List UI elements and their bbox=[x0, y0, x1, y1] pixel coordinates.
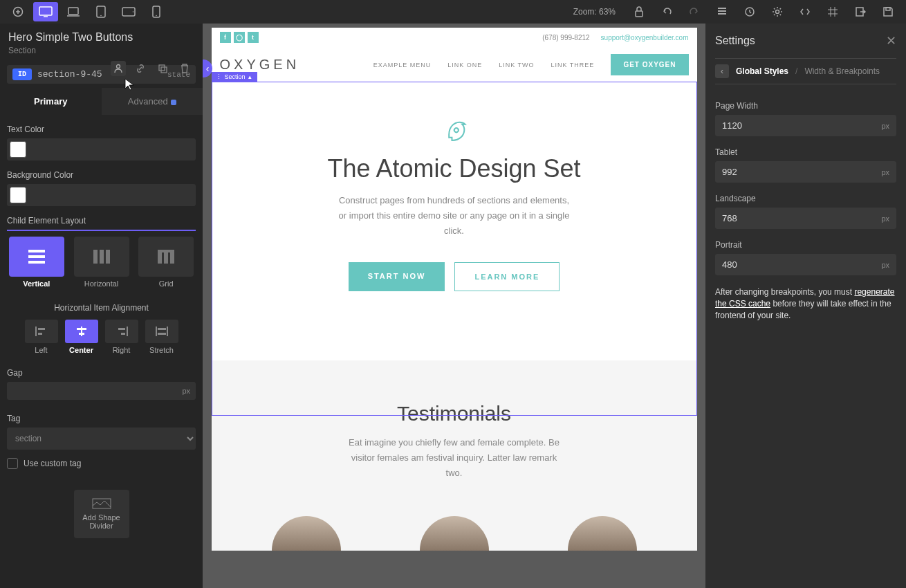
selection-tag[interactable]: ⋮Section▴ bbox=[212, 72, 257, 82]
back-button[interactable]: ‹ bbox=[715, 64, 729, 78]
left-panel: Hero Simple Two Buttons Section ID secti… bbox=[0, 24, 203, 588]
export-icon[interactable] bbox=[848, 2, 873, 21]
landscape-view-button[interactable] bbox=[116, 2, 141, 21]
custom-tag-checkbox[interactable]: Use custom tag bbox=[7, 458, 196, 469]
svg-rect-18 bbox=[28, 255, 45, 258]
svg-point-8 bbox=[156, 15, 157, 17]
text-color-field[interactable] bbox=[7, 138, 196, 160]
nav-link[interactable]: LINK THREE bbox=[551, 62, 595, 68]
cursor-icon bbox=[124, 77, 134, 91]
svg-rect-15 bbox=[159, 65, 165, 71]
grid-icon[interactable] bbox=[820, 2, 845, 21]
phone-view-button[interactable] bbox=[144, 2, 169, 21]
tablet-view-button[interactable] bbox=[89, 2, 113, 21]
svg-rect-13 bbox=[886, 8, 890, 10]
landscape-label: Landscape bbox=[715, 194, 896, 203]
laptop-view-button[interactable] bbox=[61, 2, 86, 21]
canvas-area[interactable]: ‹ ⋮Section▴ f ◯ t (678) 999-8212 support… bbox=[203, 24, 705, 588]
id-badge: ID bbox=[12, 68, 32, 80]
svg-point-14 bbox=[117, 65, 120, 68]
structure-button[interactable] bbox=[710, 2, 734, 21]
delete-icon[interactable] bbox=[177, 61, 192, 76]
gap-input[interactable] bbox=[7, 382, 196, 400]
email-link[interactable]: support@oxygenbuilder.com bbox=[601, 34, 689, 42]
portrait-input[interactable] bbox=[715, 254, 896, 275]
page-width-label: Page Width bbox=[715, 101, 896, 111]
add-shape-divider-button[interactable]: Add Shape Divider bbox=[74, 490, 129, 538]
close-icon[interactable]: ✕ bbox=[886, 33, 896, 48]
svg-rect-21 bbox=[100, 250, 104, 264]
desktop-view-button[interactable] bbox=[33, 2, 58, 21]
nav-link[interactable]: LINK ONE bbox=[447, 62, 482, 68]
start-now-button[interactable]: START NOW bbox=[349, 262, 445, 291]
tablet-label: Tablet bbox=[715, 147, 896, 157]
canvas-frame[interactable]: ⋮Section▴ f ◯ t (678) 999-8212 support@o… bbox=[212, 28, 697, 551]
align-center[interactable]: Center bbox=[65, 320, 98, 354]
gap-label: Gap bbox=[7, 368, 196, 378]
svg-rect-30 bbox=[79, 333, 84, 335]
site-logo: OXYGEN bbox=[220, 57, 300, 73]
tablet-input[interactable] bbox=[715, 161, 896, 183]
svg-point-4 bbox=[100, 15, 102, 17]
history-icon[interactable] bbox=[737, 2, 762, 21]
element-title: Hero Simple Two Buttons bbox=[8, 30, 194, 44]
bg-color-field[interactable] bbox=[7, 184, 196, 206]
svg-rect-34 bbox=[158, 333, 166, 335]
facebook-icon[interactable]: f bbox=[220, 32, 231, 43]
indicator-dot bbox=[171, 100, 176, 105]
layout-vertical[interactable]: Vertical bbox=[7, 237, 66, 288]
id-value: section-9-45 bbox=[37, 69, 102, 80]
right-panel: Settings ✕ ‹ Global Styles / Width & Bre… bbox=[705, 24, 906, 588]
social-icons: f ◯ t bbox=[220, 32, 259, 43]
copy-icon[interactable] bbox=[155, 61, 170, 76]
top-toolbar: Zoom: 63% bbox=[0, 0, 906, 24]
twitter-icon[interactable]: t bbox=[248, 32, 259, 43]
settings-title: Settings bbox=[715, 35, 755, 47]
undo-button[interactable] bbox=[654, 2, 679, 21]
breakpoint-note: After changing breakpoints, you must reg… bbox=[715, 286, 896, 321]
lock-icon[interactable] bbox=[627, 2, 651, 21]
element-subtitle: Section bbox=[8, 46, 194, 55]
user-icon[interactable] bbox=[111, 61, 126, 76]
align-left[interactable]: Left bbox=[25, 320, 58, 354]
nav-link[interactable]: LINK TWO bbox=[499, 62, 534, 68]
svg-rect-17 bbox=[28, 250, 45, 252]
settings-icon[interactable] bbox=[765, 2, 790, 21]
layout-label: Child Element Layout bbox=[7, 216, 196, 226]
avatar bbox=[272, 516, 341, 551]
code-icon[interactable] bbox=[793, 2, 817, 21]
align-stretch[interactable]: Stretch bbox=[145, 320, 178, 354]
crumb-global-styles[interactable]: Global Styles bbox=[736, 66, 788, 76]
svg-rect-1 bbox=[39, 7, 52, 15]
hero-title: The Atomic Design Set bbox=[232, 154, 676, 183]
svg-rect-9 bbox=[636, 11, 642, 17]
bg-color-label: Background Color bbox=[7, 170, 196, 180]
svg-rect-32 bbox=[121, 333, 125, 335]
align-right[interactable]: Right bbox=[105, 320, 138, 354]
redo-button[interactable] bbox=[682, 2, 707, 21]
svg-rect-22 bbox=[106, 250, 110, 264]
add-button[interactable] bbox=[6, 2, 30, 21]
layout-horizontal[interactable]: Horizontal bbox=[72, 237, 131, 288]
tab-primary[interactable]: Primary bbox=[0, 88, 102, 115]
svg-rect-26 bbox=[158, 250, 174, 252]
nav-link[interactable]: EXAMPLE MENU bbox=[373, 62, 432, 68]
nav-cta-button[interactable]: GET OXYGEN bbox=[611, 54, 688, 75]
svg-point-36 bbox=[453, 127, 459, 133]
svg-rect-31 bbox=[118, 328, 125, 330]
page-width-input[interactable] bbox=[715, 115, 896, 136]
phone-text: (678) 999-8212 bbox=[542, 34, 589, 42]
tab-advanced[interactable]: Advanced bbox=[102, 88, 203, 115]
tag-label: Tag bbox=[7, 414, 196, 423]
testimonials-text: Eat imagine you chiefly few and female c… bbox=[344, 435, 565, 481]
rocket-icon bbox=[232, 117, 676, 147]
layout-grid[interactable]: Grid bbox=[136, 237, 196, 288]
tag-select[interactable]: section bbox=[7, 428, 196, 450]
landscape-input[interactable] bbox=[715, 208, 896, 229]
learn-more-button[interactable]: LEARN MORE bbox=[454, 262, 560, 291]
instagram-icon[interactable]: ◯ bbox=[234, 32, 245, 43]
svg-point-6 bbox=[133, 11, 134, 12]
align-label: Horizontal Item Alignment bbox=[7, 303, 196, 313]
save-button[interactable] bbox=[876, 2, 900, 21]
link-icon[interactable] bbox=[133, 61, 148, 76]
